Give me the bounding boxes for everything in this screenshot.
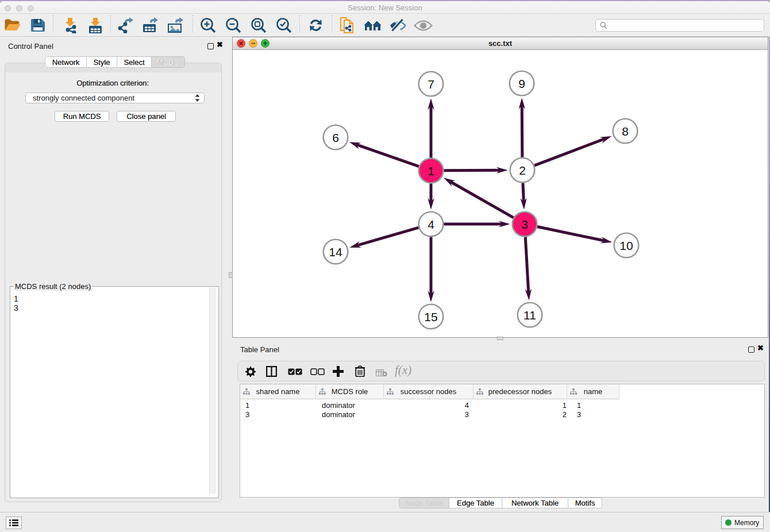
svg-text:3: 3 bbox=[521, 218, 528, 231]
svg-text:4: 4 bbox=[428, 218, 434, 231]
svg-text:7: 7 bbox=[428, 78, 434, 91]
svg-text:6: 6 bbox=[332, 131, 339, 144]
svg-text:15: 15 bbox=[424, 310, 437, 323]
svg-text:11: 11 bbox=[523, 309, 536, 322]
svg-text:10: 10 bbox=[619, 239, 633, 252]
svg-text:2: 2 bbox=[519, 164, 526, 177]
svg-text:1: 1 bbox=[428, 164, 434, 178]
svg-text:14: 14 bbox=[329, 245, 342, 259]
svg-text:8: 8 bbox=[622, 125, 629, 138]
svg-text:9: 9 bbox=[518, 77, 525, 90]
